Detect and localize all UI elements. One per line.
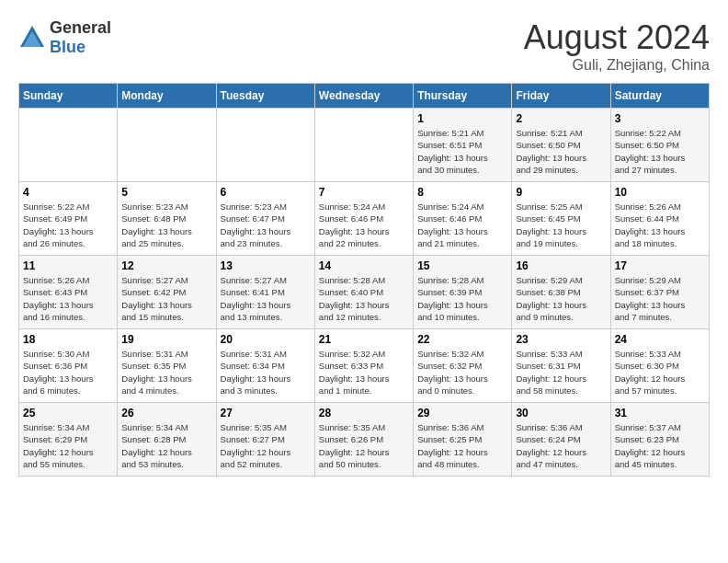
day-info: Sunrise: 5:26 AM Sunset: 6:44 PM Dayligh… [615, 201, 705, 249]
calendar-cell: 18Sunrise: 5:30 AM Sunset: 6:36 PM Dayli… [19, 329, 118, 403]
day-number: 20 [221, 333, 311, 346]
calendar-cell: 16Sunrise: 5:29 AM Sunset: 6:38 PM Dayli… [512, 256, 610, 329]
day-number: 23 [516, 333, 606, 346]
day-info: Sunrise: 5:26 AM Sunset: 6:43 PM Dayligh… [23, 274, 113, 323]
day-info: Sunrise: 5:24 AM Sunset: 6:46 PM Dayligh… [319, 201, 409, 249]
calendar-cell: 26Sunrise: 5:34 AM Sunset: 6:28 PM Dayli… [118, 403, 216, 477]
day-number: 18 [23, 333, 113, 346]
day-number: 29 [417, 407, 507, 419]
day-number: 8 [417, 186, 507, 199]
day-info: Sunrise: 5:25 AM Sunset: 6:45 PM Dayligh… [516, 201, 606, 249]
calendar-cell: 11Sunrise: 5:26 AM Sunset: 6:43 PM Dayli… [19, 256, 118, 329]
day-number: 1 [417, 112, 507, 125]
weekday-header: Sunday [19, 84, 118, 109]
day-number: 27 [221, 407, 311, 419]
day-info: Sunrise: 5:21 AM Sunset: 6:51 PM Dayligh… [417, 127, 507, 176]
day-info: Sunrise: 5:33 AM Sunset: 6:30 PM Dayligh… [615, 348, 705, 396]
day-number: 14 [319, 259, 409, 272]
day-number: 4 [23, 186, 113, 199]
logo-text: General Blue [50, 18, 111, 57]
day-number: 3 [615, 112, 705, 125]
calendar-table: SundayMondayTuesdayWednesdayThursdayFrid… [18, 83, 710, 477]
day-number: 9 [516, 186, 606, 199]
day-info: Sunrise: 5:35 AM Sunset: 6:27 PM Dayligh… [221, 421, 311, 470]
day-number: 19 [121, 333, 211, 346]
calendar-cell: 2Sunrise: 5:21 AM Sunset: 6:50 PM Daylig… [512, 109, 610, 182]
day-info: Sunrise: 5:27 AM Sunset: 6:42 PM Dayligh… [121, 274, 211, 323]
day-info: Sunrise: 5:23 AM Sunset: 6:47 PM Dayligh… [221, 201, 311, 249]
calendar-cell: 4Sunrise: 5:22 AM Sunset: 6:49 PM Daylig… [19, 182, 118, 256]
calendar-cell: 10Sunrise: 5:26 AM Sunset: 6:44 PM Dayli… [610, 182, 709, 256]
day-info: Sunrise: 5:24 AM Sunset: 6:46 PM Dayligh… [417, 201, 507, 249]
month-title: August 2024 [524, 18, 710, 57]
day-number: 2 [516, 112, 606, 125]
day-number: 21 [319, 333, 409, 346]
day-number: 26 [121, 407, 211, 419]
day-info: Sunrise: 5:21 AM Sunset: 6:50 PM Dayligh… [516, 127, 606, 176]
calendar-header-row: SundayMondayTuesdayWednesdayThursdayFrid… [19, 84, 710, 109]
calendar-cell: 13Sunrise: 5:27 AM Sunset: 6:41 PM Dayli… [216, 256, 314, 329]
calendar-cell: 1Sunrise: 5:21 AM Sunset: 6:51 PM Daylig… [414, 109, 512, 182]
day-info: Sunrise: 5:23 AM Sunset: 6:48 PM Dayligh… [121, 201, 211, 249]
calendar-week-row: 4Sunrise: 5:22 AM Sunset: 6:49 PM Daylig… [19, 182, 710, 256]
calendar-cell: 28Sunrise: 5:35 AM Sunset: 6:26 PM Dayli… [314, 403, 413, 477]
day-info: Sunrise: 5:31 AM Sunset: 6:34 PM Dayligh… [221, 348, 311, 396]
day-number: 16 [516, 259, 606, 272]
day-number: 22 [417, 333, 507, 346]
calendar-cell: 3Sunrise: 5:22 AM Sunset: 6:50 PM Daylig… [610, 109, 709, 182]
calendar-cell: 5Sunrise: 5:23 AM Sunset: 6:48 PM Daylig… [118, 182, 216, 256]
calendar-cell: 17Sunrise: 5:29 AM Sunset: 6:37 PM Dayli… [610, 256, 709, 329]
logo-icon [18, 24, 46, 52]
weekday-header: Wednesday [314, 84, 413, 109]
day-number: 25 [23, 407, 113, 419]
calendar-cell: 22Sunrise: 5:32 AM Sunset: 6:32 PM Dayli… [414, 329, 512, 403]
day-number: 24 [615, 333, 705, 346]
calendar-cell: 20Sunrise: 5:31 AM Sunset: 6:34 PM Dayli… [216, 329, 314, 403]
day-number: 15 [417, 259, 507, 272]
calendar-cell [19, 109, 118, 182]
day-number: 7 [319, 186, 409, 199]
day-number: 10 [615, 186, 705, 199]
page-header: General Blue August 2024 Guli, Zhejiang,… [18, 18, 710, 74]
day-info: Sunrise: 5:32 AM Sunset: 6:32 PM Dayligh… [417, 348, 507, 396]
day-info: Sunrise: 5:34 AM Sunset: 6:29 PM Dayligh… [23, 421, 113, 470]
day-info: Sunrise: 5:36 AM Sunset: 6:24 PM Dayligh… [516, 421, 606, 470]
calendar-week-row: 25Sunrise: 5:34 AM Sunset: 6:29 PM Dayli… [19, 403, 710, 477]
calendar-cell: 14Sunrise: 5:28 AM Sunset: 6:40 PM Dayli… [314, 256, 413, 329]
calendar-cell [314, 109, 413, 182]
calendar-cell: 25Sunrise: 5:34 AM Sunset: 6:29 PM Dayli… [19, 403, 118, 477]
calendar-cell: 8Sunrise: 5:24 AM Sunset: 6:46 PM Daylig… [414, 182, 512, 256]
weekday-header: Tuesday [216, 84, 314, 109]
calendar-cell: 21Sunrise: 5:32 AM Sunset: 6:33 PM Dayli… [314, 329, 413, 403]
calendar-cell: 23Sunrise: 5:33 AM Sunset: 6:31 PM Dayli… [512, 329, 610, 403]
calendar-week-row: 18Sunrise: 5:30 AM Sunset: 6:36 PM Dayli… [19, 329, 710, 403]
day-info: Sunrise: 5:22 AM Sunset: 6:50 PM Dayligh… [615, 127, 705, 176]
calendar-week-row: 1Sunrise: 5:21 AM Sunset: 6:51 PM Daylig… [19, 109, 710, 182]
weekday-header: Monday [118, 84, 216, 109]
calendar-cell: 27Sunrise: 5:35 AM Sunset: 6:27 PM Dayli… [216, 403, 314, 477]
calendar-week-row: 11Sunrise: 5:26 AM Sunset: 6:43 PM Dayli… [19, 256, 710, 329]
weekday-header: Friday [512, 84, 610, 109]
day-info: Sunrise: 5:37 AM Sunset: 6:23 PM Dayligh… [615, 421, 705, 470]
day-number: 6 [221, 186, 311, 199]
logo-general: General [50, 18, 111, 38]
day-number: 30 [516, 407, 606, 419]
calendar-cell: 30Sunrise: 5:36 AM Sunset: 6:24 PM Dayli… [512, 403, 610, 477]
calendar-cell: 12Sunrise: 5:27 AM Sunset: 6:42 PM Dayli… [118, 256, 216, 329]
day-number: 17 [615, 259, 705, 272]
day-info: Sunrise: 5:35 AM Sunset: 6:26 PM Dayligh… [319, 421, 409, 470]
day-info: Sunrise: 5:27 AM Sunset: 6:41 PM Dayligh… [221, 274, 311, 323]
weekday-header: Saturday [610, 84, 709, 109]
logo: General Blue [18, 18, 111, 57]
day-number: 12 [121, 259, 211, 272]
calendar-cell: 19Sunrise: 5:31 AM Sunset: 6:35 PM Dayli… [118, 329, 216, 403]
calendar-cell: 31Sunrise: 5:37 AM Sunset: 6:23 PM Dayli… [610, 403, 709, 477]
calendar-cell: 9Sunrise: 5:25 AM Sunset: 6:45 PM Daylig… [512, 182, 610, 256]
logo-blue: Blue [50, 38, 111, 57]
title-block: August 2024 Guli, Zhejiang, China [524, 18, 710, 74]
day-info: Sunrise: 5:22 AM Sunset: 6:49 PM Dayligh… [23, 201, 113, 249]
day-number: 13 [221, 259, 311, 272]
day-info: Sunrise: 5:28 AM Sunset: 6:40 PM Dayligh… [319, 274, 409, 323]
location: Guli, Zhejiang, China [524, 57, 710, 74]
weekday-header: Thursday [414, 84, 512, 109]
